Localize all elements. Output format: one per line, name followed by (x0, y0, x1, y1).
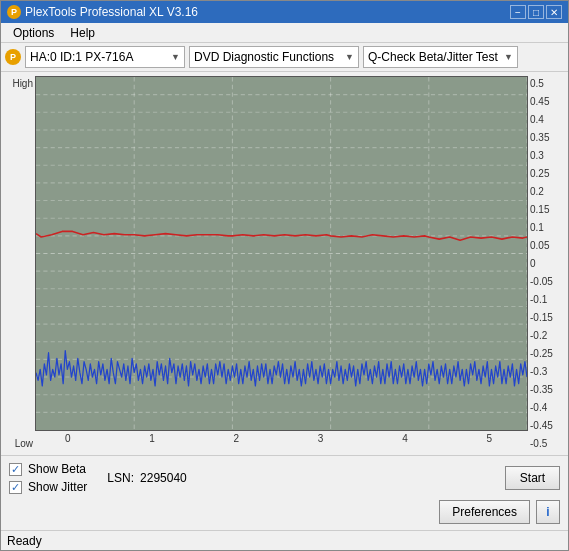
lsn-label: LSN: (107, 471, 134, 485)
status-bar: Ready (1, 530, 568, 550)
left-controls: ✓ Show Beta ✓ Show Jitter LSN: 2295040 (9, 462, 187, 494)
drive-dropdown-arrow: ▼ (171, 52, 180, 62)
close-button[interactable]: ✕ (546, 5, 562, 19)
test-dropdown[interactable]: Q-Check Beta/Jitter Test ▼ (363, 46, 518, 68)
x-label-3: 3 (318, 433, 324, 444)
info-button[interactable]: i (536, 500, 560, 524)
y-axis-right: 0.5 0.45 0.4 0.35 0.3 0.25 0.2 0.15 0.1 … (528, 76, 564, 451)
right-controls: Start (505, 466, 560, 490)
y-right-3: 0.35 (530, 132, 549, 143)
y-right-6: 0.2 (530, 186, 544, 197)
x-label-1: 1 (149, 433, 155, 444)
y-right-9: 0.05 (530, 240, 549, 251)
y-right-15: -0.25 (530, 348, 553, 359)
show-jitter-row: ✓ Show Jitter (9, 480, 87, 494)
chart-wrapper: 0 1 2 3 4 5 (35, 76, 528, 451)
y-right-10: 0 (530, 258, 536, 269)
y-left-high: High (12, 78, 33, 89)
y-right-14: -0.2 (530, 330, 547, 341)
menu-options[interactable]: Options (5, 24, 62, 42)
drive-dropdown[interactable]: HA:0 ID:1 PX-716A ▼ (25, 46, 185, 68)
y-right-4: 0.3 (530, 150, 544, 161)
y-right-7: 0.15 (530, 204, 549, 215)
toolbar: P HA:0 ID:1 PX-716A ▼ DVD Diagnostic Fun… (1, 43, 568, 72)
y-right-12: -0.1 (530, 294, 547, 305)
show-beta-checkbox[interactable]: ✓ (9, 463, 22, 476)
window-title: PlexTools Professional XL V3.16 (25, 5, 198, 19)
y-left-low: Low (15, 438, 33, 449)
y-right-13: -0.15 (530, 312, 553, 323)
show-beta-label: Show Beta (28, 462, 86, 476)
x-axis: 0 1 2 3 4 5 (35, 431, 528, 451)
function-dropdown[interactable]: DVD Diagnostic Functions ▼ (189, 46, 359, 68)
y-right-8: 0.1 (530, 222, 544, 233)
y-right-20: -0.5 (530, 438, 547, 449)
x-label-5: 5 (486, 433, 492, 444)
x-label-4: 4 (402, 433, 408, 444)
y-right-16: -0.3 (530, 366, 547, 377)
x-label-2: 2 (234, 433, 240, 444)
title-bar: P PlexTools Professional XL V3.16 − □ ✕ (1, 1, 568, 23)
lsn-area: LSN: 2295040 (107, 471, 186, 485)
start-button[interactable]: Start (505, 466, 560, 490)
preferences-button[interactable]: Preferences (439, 500, 530, 524)
y-right-17: -0.35 (530, 384, 553, 395)
y-right-5: 0.25 (530, 168, 549, 179)
show-beta-row: ✓ Show Beta (9, 462, 87, 476)
y-right-19: -0.45 (530, 420, 553, 431)
test-dropdown-arrow: ▼ (504, 52, 513, 62)
main-window: P PlexTools Professional XL V3.16 − □ ✕ … (0, 0, 569, 551)
title-bar-left: P PlexTools Professional XL V3.16 (7, 5, 198, 19)
function-dropdown-arrow: ▼ (345, 52, 354, 62)
minimize-button[interactable]: − (510, 5, 526, 19)
chart-svg (36, 77, 527, 430)
y-axis-left: High Low (5, 76, 35, 451)
status-text: Ready (7, 534, 42, 548)
drive-icon: P (5, 49, 21, 65)
menu-help[interactable]: Help (62, 24, 103, 42)
prefs-row: Preferences i (9, 500, 560, 524)
y-right-1: 0.45 (530, 96, 549, 107)
checkboxes: ✓ Show Beta ✓ Show Jitter (9, 462, 87, 494)
title-bar-controls: − □ ✕ (510, 5, 562, 19)
show-jitter-checkbox[interactable]: ✓ (9, 481, 22, 494)
bottom-bar: ✓ Show Beta ✓ Show Jitter LSN: 2295040 S… (1, 455, 568, 530)
y-right-2: 0.4 (530, 114, 544, 125)
bottom-controls: ✓ Show Beta ✓ Show Jitter LSN: 2295040 S… (9, 462, 560, 494)
y-right-0: 0.5 (530, 78, 544, 89)
y-right-11: -0.05 (530, 276, 553, 287)
chart-canvas (35, 76, 528, 431)
lsn-value: 2295040 (140, 471, 187, 485)
x-axis-labels: 0 1 2 3 4 5 (65, 433, 492, 444)
maximize-button[interactable]: □ (528, 5, 544, 19)
x-label-0: 0 (65, 433, 71, 444)
app-icon: P (7, 5, 21, 19)
y-right-18: -0.4 (530, 402, 547, 413)
chart-area: High Low (1, 72, 568, 455)
show-jitter-label: Show Jitter (28, 480, 87, 494)
menu-bar: Options Help (1, 23, 568, 43)
